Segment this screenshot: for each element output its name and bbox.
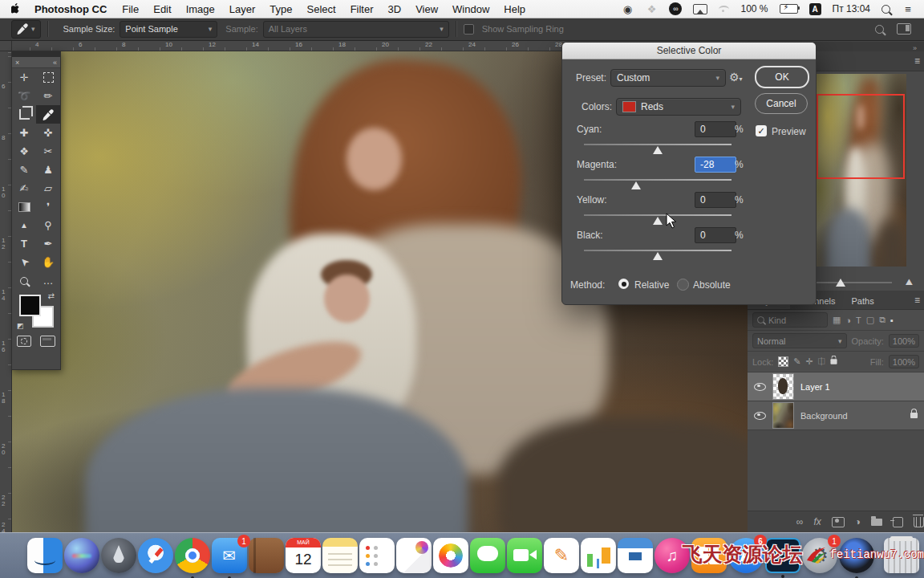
panel-menu-icon[interactable]: ≡ [914, 295, 919, 306]
yellow-value-field[interactable]: 0 [695, 192, 736, 208]
menu-layer[interactable]: Layer [222, 3, 263, 15]
black-value-field[interactable]: 0 [695, 227, 736, 243]
navigator-thumbnail[interactable] [817, 74, 906, 267]
input-source-icon[interactable]: A [809, 3, 821, 15]
default-colors-icon[interactable]: ◩ [17, 322, 24, 330]
history-brush-tool[interactable]: ✍ [12, 179, 36, 197]
preset-select[interactable]: Custom ▾ [610, 69, 726, 87]
clone-stamp-tool[interactable]: ♟ [36, 161, 60, 179]
menu-window[interactable]: Window [445, 3, 496, 15]
visibility-eye-icon[interactable] [754, 383, 766, 391]
add-layer-mask-icon[interactable] [832, 517, 845, 527]
delete-layer-icon[interactable] [914, 517, 924, 527]
cyan-value-field[interactable]: 0 [695, 121, 736, 137]
filter-shape-layers-icon[interactable]: ▢ [866, 315, 874, 325]
siri-icon[interactable] [64, 538, 99, 573]
hand-tool[interactable]: ✋ [36, 253, 60, 271]
new-layer-icon[interactable] [893, 517, 903, 527]
content-aware-move-tool[interactable]: ✂ [36, 142, 60, 161]
navigator-zoom-thumb[interactable] [836, 279, 845, 287]
layer1-name[interactable]: Layer 1 [800, 382, 830, 392]
apple-logo[interactable] [11, 3, 22, 15]
menu-clock[interactable]: Пт 13:04 [833, 3, 870, 14]
filter-smart-objects-icon[interactable]: ⧉ [879, 315, 886, 325]
filter-toggle-icon[interactable]: ▪ [890, 315, 894, 325]
keynote-icon[interactable] [618, 538, 653, 573]
notification-center-icon[interactable]: ≡ [902, 2, 914, 15]
magenta-slider[interactable] [584, 179, 732, 181]
more-tools[interactable]: … [36, 271, 60, 290]
news-icon[interactable] [396, 538, 432, 573]
safari-icon[interactable] [138, 538, 173, 573]
lock-transparency-icon[interactable] [778, 356, 788, 367]
menu-filter[interactable]: Filter [343, 3, 381, 15]
method-relative-label[interactable]: Relative [634, 279, 669, 291]
spotlight-icon[interactable] [881, 5, 890, 14]
menu-help[interactable]: Help [496, 3, 533, 15]
method-relative-radio[interactable] [618, 279, 629, 289]
preview-checkbox[interactable]: ✓ [756, 125, 767, 136]
path-selection-tool[interactable]: ➤ [12, 253, 36, 271]
background-thumbnail[interactable] [772, 402, 794, 429]
fill-value[interactable]: 100% [889, 355, 919, 368]
tool-preset-picker[interactable]: ▾ [11, 20, 41, 39]
numbers-icon[interactable] [581, 538, 616, 573]
magenta-slider-thumb[interactable] [631, 181, 641, 189]
battery-icon[interactable] [780, 4, 798, 14]
navigator-view-box[interactable] [817, 94, 905, 179]
panel-menu-icon[interactable]: ≡ [914, 55, 919, 67]
yellow-slider[interactable] [584, 214, 732, 216]
layer-row-background[interactable]: Background [748, 401, 924, 430]
notes-icon[interactable] [322, 538, 358, 573]
blur-tool[interactable]: ❜ [36, 197, 60, 216]
chrome-icon[interactable] [175, 538, 210, 573]
gradient-tool[interactable] [12, 197, 36, 216]
vertical-ruler[interactable]: 6 8 10 12 14 16 18 20 22 24 [0, 40, 12, 532]
crop-tool[interactable] [12, 105, 36, 124]
eraser-tool[interactable]: ▱ [36, 179, 60, 197]
layer-row-layer1[interactable]: Layer 1 [748, 372, 924, 401]
creative-cloud-icon[interactable]: ∞ [669, 2, 682, 15]
menu-image[interactable]: Image [179, 3, 222, 15]
marquee-tool[interactable] [36, 68, 60, 87]
close-icon[interactable]: × [15, 59, 19, 67]
menu-type[interactable]: Type [262, 3, 299, 15]
background-name[interactable]: Background [800, 411, 848, 421]
spot-healing-brush-tool[interactable]: ✚ [12, 124, 36, 142]
dodge-tool[interactable]: ⚲ [36, 216, 60, 234]
preview-label[interactable]: Preview [772, 126, 806, 137]
facetime-icon[interactable] [507, 538, 542, 573]
lock-artboard-icon[interactable]: ⎅ [818, 356, 825, 367]
brush-tool[interactable]: ✎ [12, 161, 36, 179]
lock-position-icon[interactable]: ✛ [806, 356, 813, 367]
quick-selection-tool[interactable]: ✏ [36, 87, 60, 105]
workspace-icon[interactable] [897, 23, 911, 35]
lock-paint-icon[interactable]: ✎ [793, 356, 800, 367]
ok-button[interactable]: OK [755, 66, 809, 88]
swap-colors-icon[interactable]: ⇄ [48, 291, 55, 300]
magenta-value-field[interactable]: -28 [695, 157, 736, 173]
layer-effects-icon[interactable]: fx [813, 516, 821, 527]
wifi-icon[interactable] [719, 6, 729, 13]
screen-record-icon[interactable]: ◉ [621, 2, 634, 15]
opacity-value[interactable]: 100% [889, 334, 919, 348]
contacts-icon[interactable] [249, 538, 284, 573]
cyan-slider[interactable] [584, 144, 732, 145]
finder-icon[interactable] [27, 538, 63, 573]
new-group-icon[interactable] [871, 519, 882, 526]
dropbox-icon[interactable]: ❖ [645, 2, 658, 15]
menu-edit[interactable]: Edit [146, 3, 178, 15]
foreground-color-swatch[interactable] [19, 295, 41, 316]
search-icon[interactable] [875, 25, 884, 34]
gear-icon[interactable]: ⚙▾ [729, 71, 743, 83]
lasso-tool[interactable]: ➰ [12, 87, 36, 105]
sample-size-select[interactable]: Point Sample ▾ [120, 21, 217, 38]
eyedropper-tool[interactable] [36, 105, 60, 124]
photos-icon[interactable] [433, 538, 468, 573]
calendar-icon[interactable]: МАЙ 12 [286, 538, 321, 573]
colors-select[interactable]: Reds ▾ [616, 98, 741, 116]
sharpen-tool[interactable]: ▲ [12, 216, 36, 234]
collapse-panel-icon[interactable]: « [53, 59, 57, 67]
filter-type-layers-icon[interactable]: T [856, 315, 861, 325]
tab-paths[interactable]: Paths [844, 293, 882, 309]
